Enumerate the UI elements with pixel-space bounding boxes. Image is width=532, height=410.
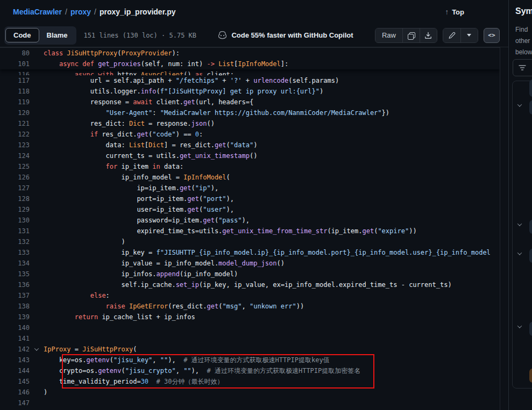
line-number[interactable]: 144 xyxy=(0,365,30,376)
code-row: 140 xyxy=(0,322,500,333)
breadcrumb-repo-link[interactable]: MediaCrawler xyxy=(13,8,62,16)
line-number[interactable]: 143 xyxy=(0,355,30,365)
copy-icon xyxy=(408,32,414,39)
line-number[interactable]: 141 xyxy=(0,333,30,344)
line-number[interactable]: 120 xyxy=(0,107,30,118)
line-number[interactable]: 123 xyxy=(0,140,30,150)
code-line-text: response = await client.get(url, headers… xyxy=(44,97,500,107)
code-line-text: data: List[Dict] = res_dict.get("data") xyxy=(44,140,500,150)
line-number[interactable]: 121 xyxy=(0,118,30,129)
arrow-up-icon: ↑ xyxy=(445,8,449,16)
line-number[interactable]: 129 xyxy=(0,204,30,215)
line-number[interactable]: 119 xyxy=(0,97,30,107)
symbol-pill xyxy=(529,322,532,336)
chevron-down-icon xyxy=(467,34,471,37)
gutter xyxy=(30,140,44,150)
sticky-code-header: 80class JiSuHttpProxy(ProxyProvider):101… xyxy=(0,48,500,69)
gutter xyxy=(30,183,44,193)
code-row: 130 password=ip_item.get("pass"), xyxy=(0,215,500,226)
raw-copy-download-group: Raw xyxy=(375,28,437,43)
line-number[interactable]: 118 xyxy=(0,86,30,97)
code-line-text: current_ts = utils.get_unix_timestamp() xyxy=(44,150,500,161)
code-row: 135 ip_infos.append(ip_info_model) xyxy=(0,269,500,279)
tab-blame[interactable]: Blame xyxy=(39,28,75,42)
line-number[interactable]: 135 xyxy=(0,269,30,279)
tab-code[interactable]: Code xyxy=(5,28,39,42)
symbol-pill xyxy=(529,369,532,383)
gutter xyxy=(30,172,44,183)
line-number[interactable]: 128 xyxy=(0,193,30,204)
breadcrumb-folder-link[interactable]: proxy xyxy=(70,8,91,16)
code-line-text: IpProxy = JiSuHttpProxy( xyxy=(44,344,500,355)
line-number[interactable]: 146 xyxy=(0,387,30,398)
gutter xyxy=(30,312,44,322)
gutter xyxy=(30,365,44,376)
code-row: 144 crypto=os.getenv("jisu_crypto", ""),… xyxy=(0,365,500,376)
code-line-text: ip_value = ip_info_model.model_dump_json… xyxy=(44,258,500,269)
breadcrumb-separator: / xyxy=(65,8,67,16)
line-number[interactable]: 147 xyxy=(0,398,30,408)
file-header: Code Blame 151 lines (130 loc) · 5.75 KB… xyxy=(0,24,508,47)
breadcrumb-separator: / xyxy=(94,8,96,16)
symbols-toggle-button[interactable]: <> xyxy=(484,28,500,43)
code-line-text: utils.logger.info(f"[JiSuHttpProxy] get … xyxy=(44,86,500,97)
code-row: 116 async with httpx.AsyncClient() as cl… xyxy=(0,69,500,75)
gutter xyxy=(30,204,44,215)
code-row: 129 user=ip_item.get("user"), xyxy=(0,204,500,215)
gutter xyxy=(30,69,44,75)
edit-dropdown-button[interactable] xyxy=(460,28,478,42)
line-number[interactable]: 134 xyxy=(0,258,30,269)
gutter xyxy=(30,344,44,355)
line-number[interactable]: 131 xyxy=(0,226,30,236)
line-number[interactable]: 80 xyxy=(0,48,30,59)
pencil-icon xyxy=(448,32,456,39)
line-number[interactable]: 126 xyxy=(0,172,30,183)
code-panel: 80class JiSuHttpProxy(ProxyProvider):101… xyxy=(0,47,500,410)
symbol-pill xyxy=(529,249,532,263)
line-number[interactable]: 140 xyxy=(0,322,30,333)
file-meta-info: 151 lines (130 loc) · 5.75 KB xyxy=(84,32,197,39)
code-line-text: url = self.api_path + "/fetchips" + '?' … xyxy=(44,75,500,86)
code-line-text: user=ip_item.get("user"), xyxy=(44,204,500,215)
line-number[interactable]: 101 xyxy=(0,59,30,69)
line-number[interactable]: 145 xyxy=(0,376,30,387)
back-to-top-button[interactable]: ↑ Top xyxy=(445,8,464,16)
code-row: 132 ) xyxy=(0,236,500,247)
line-number[interactable]: 116 xyxy=(0,69,30,75)
copy-button[interactable] xyxy=(402,28,420,42)
line-number[interactable]: 137 xyxy=(0,290,30,301)
line-number[interactable]: 124 xyxy=(0,150,30,161)
code-line-text xyxy=(44,322,500,333)
line-number[interactable]: 133 xyxy=(0,247,30,258)
raw-button[interactable]: Raw xyxy=(375,28,402,42)
line-number[interactable]: 142 xyxy=(0,344,30,355)
code-line-text: return ip_cache_list + ip_infos xyxy=(44,312,500,322)
line-number[interactable]: 138 xyxy=(0,301,30,312)
code-row: 147 xyxy=(0,398,500,408)
code-line-text: ip_infos.append(ip_info_model) xyxy=(44,269,500,279)
filter-button[interactable] xyxy=(513,59,532,76)
code-row: 123 data: List[Dict] = res_dict.get("dat… xyxy=(0,140,500,150)
code-line-text xyxy=(44,398,500,408)
breadcrumb-row: MediaCrawler / proxy / proxy_ip_provider… xyxy=(0,0,508,24)
line-number[interactable]: 117 xyxy=(0,75,30,86)
line-number[interactable]: 127 xyxy=(0,183,30,193)
gutter xyxy=(30,48,44,59)
line-number[interactable]: 132 xyxy=(0,236,30,247)
line-number[interactable]: 136 xyxy=(0,279,30,290)
code-line-text: time_validity_period=30 # 30分钟（最长时效） xyxy=(44,376,500,387)
copilot-banner[interactable]: Code 55% faster with GitHub Copilot xyxy=(218,31,353,40)
line-number[interactable]: 125 xyxy=(0,161,30,172)
line-number[interactable]: 130 xyxy=(0,215,30,226)
line-number[interactable]: 139 xyxy=(0,312,30,322)
gutter xyxy=(30,129,44,140)
symbols-description-line: below xyxy=(515,47,532,58)
gutter xyxy=(30,226,44,236)
line-number[interactable]: 122 xyxy=(0,129,30,140)
code-line-text xyxy=(44,333,500,344)
code-blame-switch: Code Blame xyxy=(4,26,76,45)
download-button[interactable] xyxy=(420,28,437,42)
code-line-text: else: xyxy=(44,290,500,301)
edit-button[interactable] xyxy=(443,28,460,42)
collapse-chevron-icon[interactable] xyxy=(34,346,39,350)
